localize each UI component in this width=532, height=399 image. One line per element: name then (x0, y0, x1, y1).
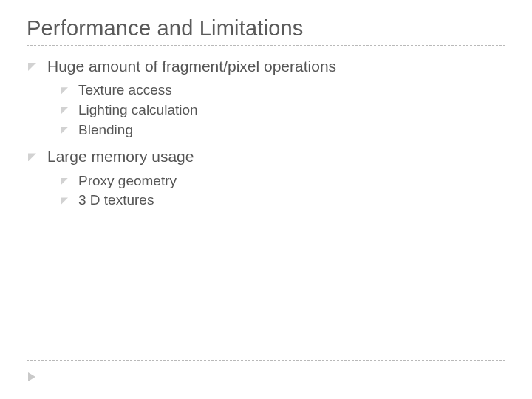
sub-bullet-list: Proxy geometry 3 D textures (47, 172, 505, 210)
list-item: Proxy geometry (59, 172, 505, 191)
title-divider (27, 45, 505, 46)
bullet-text: Large memory usage (47, 148, 194, 165)
list-item: Huge amount of fragment/pixel operations… (27, 56, 505, 139)
bullet-text: Texture access (78, 82, 172, 98)
list-item: 3 D textures (59, 191, 505, 210)
bullet-text: Proxy geometry (78, 173, 177, 188)
list-item: Large memory usage Proxy geometry 3 D te… (27, 146, 505, 210)
bullet-text: 3 D textures (78, 192, 154, 208)
slide: Performance and Limitations Huge amount … (0, 0, 532, 399)
list-item: Lighting calculation (59, 101, 505, 120)
bullet-text: Blending (78, 122, 133, 137)
bullet-list: Huge amount of fragment/pixel operations… (27, 56, 505, 210)
footer-divider (27, 360, 505, 361)
list-item: Blending (59, 121, 505, 140)
slide-title: Performance and Limitations (27, 16, 505, 41)
list-item: Texture access (59, 81, 505, 100)
sub-bullet-list: Texture access Lighting calculation Blen… (47, 81, 505, 139)
bullet-text: Lighting calculation (78, 102, 198, 117)
bullet-text: Huge amount of fragment/pixel operations (47, 58, 336, 75)
play-icon (28, 372, 35, 381)
